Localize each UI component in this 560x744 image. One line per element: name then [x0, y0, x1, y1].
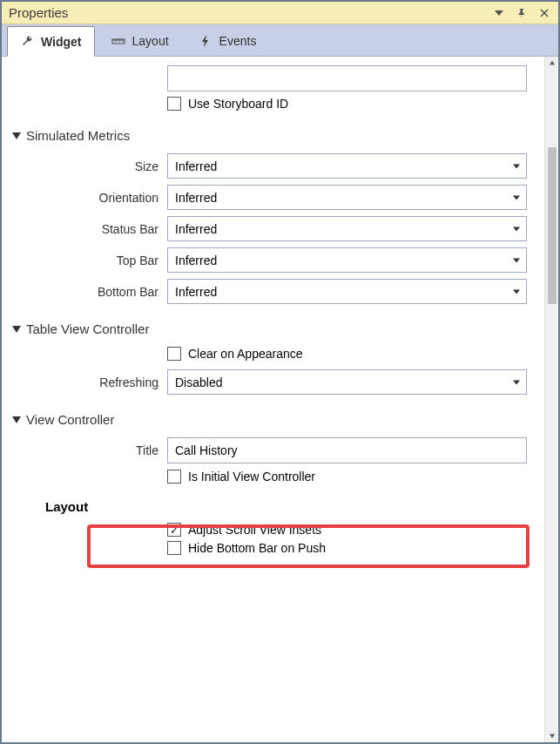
- title-label: Title: [12, 443, 167, 457]
- bottombar-label: Bottom Bar: [12, 285, 167, 299]
- tab-layout-label: Layout: [132, 34, 169, 48]
- tab-widget-label: Widget: [41, 35, 82, 49]
- hide-bottom-bar-label: Hide Bottom Bar on Push: [188, 541, 326, 555]
- section-view-controller[interactable]: View Controller: [12, 412, 527, 427]
- title-input[interactable]: [167, 437, 527, 463]
- refreshing-select[interactable]: [167, 369, 527, 395]
- pin-icon[interactable]: [515, 6, 529, 20]
- scroll-down-icon[interactable]: [546, 730, 558, 742]
- tab-events-label: Events: [219, 34, 257, 48]
- panel-title: Properties: [9, 5, 492, 20]
- hide-bottom-bar-checkbox[interactable]: [167, 541, 181, 555]
- adjust-scroll-label: Adjust Scroll View Insets: [188, 523, 321, 537]
- titlebar-controls: [492, 6, 551, 20]
- titlebar: Properties: [2, 2, 558, 24]
- layout-subheader: Layout: [45, 499, 527, 514]
- tab-widget[interactable]: Widget: [7, 26, 95, 57]
- topbar-label: Top Bar: [12, 254, 167, 267]
- lightning-icon: [199, 34, 213, 48]
- topbar-select[interactable]: [167, 247, 527, 273]
- section-view-controller-label: View Controller: [26, 412, 114, 427]
- dropdown-menu-icon[interactable]: [492, 6, 506, 20]
- expand-icon: [12, 416, 21, 423]
- identifier-field-partial[interactable]: [167, 65, 527, 91]
- expand-icon: [12, 326, 21, 333]
- refreshing-label: Refreshing: [12, 375, 167, 389]
- size-select[interactable]: [167, 153, 527, 179]
- tab-events[interactable]: Events: [186, 26, 270, 56]
- scroll-thumb[interactable]: [548, 147, 557, 304]
- scroll-up-icon[interactable]: [546, 57, 558, 69]
- adjust-scroll-checkbox[interactable]: [167, 523, 181, 537]
- is-initial-label: Is Initial View Controller: [188, 470, 315, 484]
- bottombar-select[interactable]: [167, 279, 527, 304]
- properties-panel: Properties Widget Layout: [0, 0, 560, 744]
- wrench-icon: [20, 35, 34, 49]
- section-table-view-controller-label: Table View Controller: [26, 321, 149, 336]
- use-storyboard-id-checkbox[interactable]: [167, 97, 181, 111]
- tab-layout[interactable]: Layout: [98, 26, 182, 56]
- statusbar-select[interactable]: [167, 216, 527, 241]
- section-table-view-controller[interactable]: Table View Controller: [12, 321, 527, 336]
- statusbar-label: Status Bar: [12, 222, 167, 236]
- size-label: Size: [12, 159, 167, 173]
- use-storyboard-id-label: Use Storyboard ID: [188, 97, 288, 111]
- properties-content: Use Storyboard ID Simulated Metrics Size…: [2, 57, 544, 742]
- ruler-icon: [111, 34, 125, 48]
- scrollbar[interactable]: [544, 57, 558, 742]
- section-simulated-metrics[interactable]: Simulated Metrics: [12, 128, 527, 143]
- clear-on-appearance-label: Clear on Appearance: [188, 347, 303, 361]
- tabbar: Widget Layout Events: [2, 24, 558, 57]
- orientation-select[interactable]: [167, 185, 527, 210]
- clear-on-appearance-checkbox[interactable]: [167, 347, 181, 361]
- orientation-label: Orientation: [12, 191, 167, 205]
- expand-icon: [12, 132, 21, 139]
- close-icon[interactable]: [537, 6, 551, 20]
- is-initial-checkbox[interactable]: [167, 470, 181, 484]
- section-simulated-metrics-label: Simulated Metrics: [26, 128, 130, 143]
